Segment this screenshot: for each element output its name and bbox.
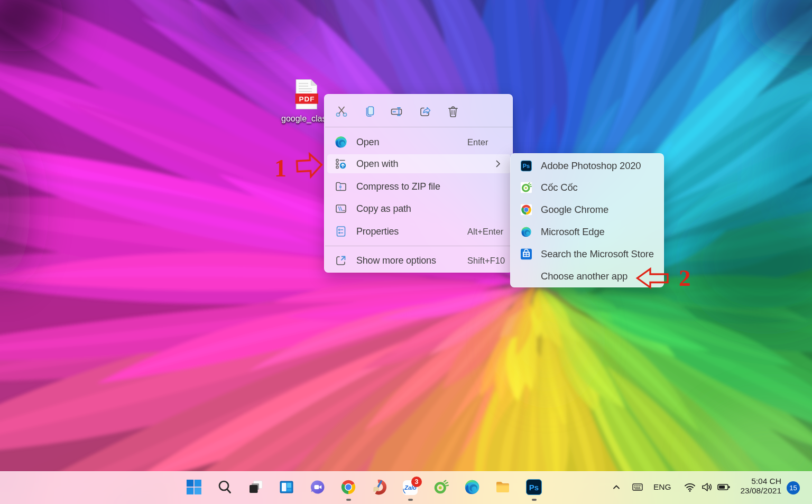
svg-text:PDF: PDF <box>299 95 315 103</box>
svg-text:Ps: Ps <box>523 163 530 169</box>
svg-text:Ps: Ps <box>529 483 539 492</box>
